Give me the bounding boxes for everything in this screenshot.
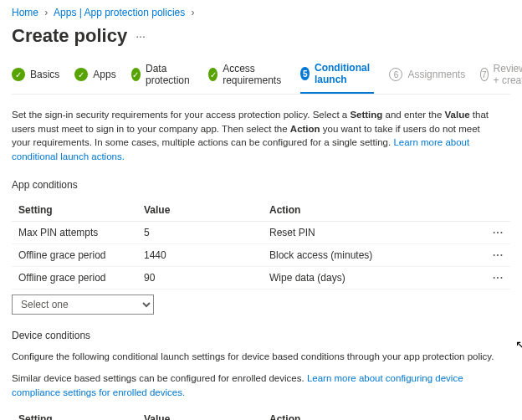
col-value: Value [137, 199, 263, 222]
check-icon [74, 68, 88, 81]
page-title: Create policy [12, 25, 127, 47]
table-row: Max PIN attempts 5 Reset PIN ··· [12, 221, 510, 243]
check-icon [12, 68, 25, 81]
app-conditions-table: Setting Value Action Max PIN attempts 5 … [12, 199, 510, 289]
step-number-icon: 6 [389, 68, 402, 81]
check-icon [208, 68, 218, 81]
app-conditions-select[interactable]: Select one [12, 295, 154, 315]
step-access-requirements[interactable]: Access requirements [208, 62, 285, 94]
row-menu-icon[interactable]: ··· [477, 243, 510, 266]
breadcrumb-home[interactable]: Home [12, 7, 38, 18]
app-conditions-title: App conditions [12, 179, 510, 191]
device-conditions-text1: Configure the following conditional laun… [12, 350, 497, 364]
device-conditions-text2: Similar device based settings can be con… [12, 371, 497, 399]
mouse-cursor-icon: ↖ [515, 338, 522, 351]
col-action: Action [263, 408, 477, 420]
col-action: Action [263, 199, 477, 222]
chevron-right-icon: › [44, 7, 48, 18]
step-number-icon: 7 [480, 68, 488, 81]
step-apps[interactable]: Apps [74, 62, 115, 94]
row-menu-icon[interactable]: ··· [477, 266, 510, 289]
col-value: Value [137, 408, 263, 420]
step-conditional-launch[interactable]: 5Conditional launch [300, 62, 374, 94]
more-icon[interactable]: ··· [136, 29, 146, 43]
col-setting: Setting [12, 199, 137, 222]
breadcrumb-apps[interactable]: Apps | App protection policies [54, 7, 185, 18]
table-row: Offline grace period 1440 Block access (… [12, 243, 510, 266]
device-conditions-table: Setting Value Action Jailbroken/rooted d… [12, 408, 510, 420]
wizard-steps: Basics Apps Data protection Access requi… [12, 62, 510, 95]
step-basics[interactable]: Basics [12, 62, 59, 94]
table-row: Offline grace period 90 Wipe data (days)… [12, 266, 510, 289]
check-icon [131, 68, 141, 81]
col-setting: Setting [12, 408, 137, 420]
step-number-icon: 5 [300, 67, 310, 80]
step-review-create[interactable]: 7Review + create [480, 62, 522, 94]
device-conditions-title: Device conditions [12, 330, 510, 341]
row-menu-icon[interactable]: ··· [477, 221, 510, 243]
step-assignments[interactable]: 6Assignments [389, 62, 465, 94]
step-data-protection[interactable]: Data protection [131, 62, 194, 94]
intro-text: Set the sign-in security requirements fo… [12, 108, 497, 164]
breadcrumb: Home › Apps | App protection policies › [12, 7, 510, 18]
chevron-right-icon: › [192, 7, 195, 18]
